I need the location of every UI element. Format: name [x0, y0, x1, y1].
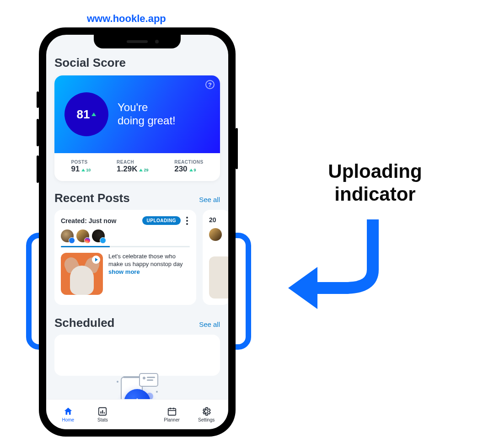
gear-icon — [201, 406, 211, 416]
trend-up-icon — [189, 169, 193, 171]
score-message-line1: You're — [118, 101, 148, 113]
phone-side-button — [236, 128, 238, 169]
nav-settings[interactable]: Settings — [192, 406, 220, 422]
scheduled-title: Scheduled — [54, 316, 114, 330]
twitter-icon — [100, 237, 106, 244]
svg-rect-11 — [101, 411, 102, 414]
annotation-line1: Uploading — [328, 160, 422, 182]
phone-side-button — [37, 155, 39, 183]
play-icon[interactable] — [92, 256, 100, 264]
svg-rect-2 — [123, 376, 140, 378]
phone-side-button — [37, 119, 39, 146]
annotation-label: Uploading indicator — [284, 160, 467, 206]
home-icon — [63, 406, 73, 416]
recent-posts-header: Recent Posts See all — [54, 191, 220, 205]
annotation-arrow-icon — [284, 210, 412, 320]
post-thumbnail[interactable] — [61, 253, 103, 295]
phone-side-button — [37, 91, 39, 108]
avatar[interactable] — [209, 228, 222, 241]
upload-progress-bar — [61, 246, 190, 247]
stat-reactions[interactable]: REACTIONS 230 9 — [174, 160, 203, 174]
post-text-content: Let's celebrate those who make us happy … — [108, 253, 183, 267]
svg-rect-5 — [147, 377, 155, 378]
svg-point-7 — [117, 381, 118, 383]
post-thumbnail — [209, 256, 228, 299]
more-menu-icon[interactable] — [184, 217, 190, 225]
phone-notch — [94, 35, 181, 48]
stat-label: REACH — [117, 160, 148, 165]
show-more-link[interactable]: show more — [108, 268, 190, 276]
svg-rect-13 — [104, 412, 105, 414]
stat-value: 91 — [71, 165, 80, 174]
help-icon[interactable]: ? — [205, 80, 215, 89]
stat-value: 230 — [174, 165, 187, 174]
recent-posts-scroller[interactable]: Created: Just now UPLOADING — [54, 210, 228, 305]
speaker-icon — [127, 40, 148, 43]
social-score-card[interactable]: ? 81 You're doing great! POSTS 91 — [54, 75, 220, 181]
camera-icon — [155, 40, 159, 43]
see-all-recent-link[interactable]: See all — [199, 196, 220, 203]
social-score-title: Social Score — [54, 56, 220, 70]
scheduled-header: Scheduled See all — [54, 316, 220, 330]
svg-point-8 — [156, 391, 158, 393]
score-message: You're doing great! — [118, 101, 176, 128]
nav-label: Home — [62, 417, 74, 422]
stat-value: 1.29K — [117, 165, 137, 174]
phone-frame: Social Score ? 81 You're doing great! P — [39, 27, 236, 437]
stat-posts[interactable]: POSTS 91 10 — [71, 160, 91, 174]
score-circle: 81 — [64, 92, 108, 136]
svg-rect-12 — [102, 410, 103, 413]
svg-rect-14 — [168, 409, 176, 416]
stat-delta: 9 — [189, 168, 196, 172]
score-hero: ? 81 You're doing great! — [54, 75, 220, 153]
svg-rect-6 — [147, 379, 153, 381]
facebook-icon — [69, 237, 75, 244]
nav-label: Stats — [97, 417, 108, 422]
post-card-peek[interactable]: 20 — [203, 210, 228, 305]
uploading-badge: UPLOADING — [142, 216, 181, 225]
svg-point-4 — [143, 377, 145, 379]
stat-label: REACTIONS — [174, 160, 203, 165]
avatar[interactable] — [92, 229, 105, 242]
nav-label: Settings — [198, 417, 215, 422]
avatar[interactable] — [76, 229, 89, 242]
upload-progress-fill — [61, 246, 110, 247]
stat-reach[interactable]: REACH 1.29K 29 — [117, 160, 148, 174]
phone-screen: Social Score ? 81 You're doing great! P — [46, 35, 228, 429]
stat-delta: 10 — [81, 168, 91, 172]
stat-label: POSTS — [71, 160, 91, 165]
dog-body-icon — [70, 266, 94, 295]
nav-planner[interactable]: Planner — [158, 406, 186, 422]
nav-label: Planner — [164, 417, 179, 422]
see-all-scheduled-link[interactable]: See all — [199, 320, 220, 328]
post-card[interactable]: Created: Just now UPLOADING — [54, 210, 196, 305]
post-created-label: Created: Just now — [61, 217, 116, 224]
score-value: 81 — [77, 107, 90, 122]
calendar-icon — [167, 406, 177, 416]
score-message-line2: doing great! — [118, 114, 176, 127]
post-text: Let's celebrate those who make us happy … — [108, 253, 190, 295]
channel-avatars — [61, 229, 190, 242]
page-url: www.hookle.app — [87, 13, 166, 25]
trend-up-icon — [91, 112, 96, 116]
avatar[interactable] — [61, 229, 74, 242]
svg-marker-0 — [288, 267, 317, 309]
nav-stats[interactable]: Stats — [88, 406, 117, 422]
annotation-line2: indicator — [334, 183, 415, 205]
instagram-icon — [84, 237, 91, 244]
trend-up-icon — [81, 169, 85, 171]
stats-row: POSTS 91 10 REACH 1.29K 29 — [54, 153, 220, 181]
stats-icon — [97, 406, 107, 416]
recent-posts-title: Recent Posts — [54, 191, 130, 205]
bottom-nav: Home Stats Planner Settings — [46, 399, 228, 429]
stat-delta: 29 — [139, 168, 148, 172]
post-peek-date: 20 — [209, 216, 228, 224]
nav-home[interactable]: Home — [54, 406, 82, 422]
trend-up-icon — [139, 169, 143, 171]
